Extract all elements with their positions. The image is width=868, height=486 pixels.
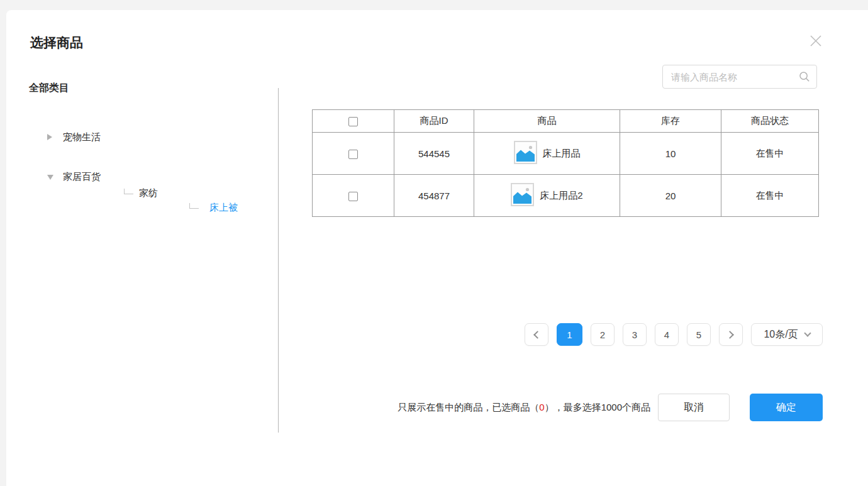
goods-name: 床上用品 [543, 148, 581, 160]
tree-item-home-textile[interactable]: 家纺 [124, 186, 158, 200]
category-panel-heading: 全部类目 [29, 82, 69, 95]
page-title: 选择商品 [30, 34, 83, 52]
cell-status: 在售中 [721, 133, 819, 175]
selected-count: 0 [539, 402, 544, 412]
header-cell-status: 商品状态 [721, 110, 819, 133]
tree-item-label[interactable]: 宠物生活 [63, 131, 101, 143]
search-box [662, 65, 817, 89]
tree-item-pet-life[interactable]: 宠物生活 [47, 130, 101, 144]
select-all-checkbox[interactable] [348, 117, 358, 126]
table-header-row: 商品ID 商品 库存 商品状态 [313, 110, 819, 133]
next-page-button[interactable] [719, 323, 743, 346]
goods-name: 床上用品2 [540, 190, 582, 202]
tree-item-bed-quilt[interactable]: 床上被 [189, 201, 238, 214]
close-icon [808, 33, 823, 48]
page-button-2[interactable]: 2 [591, 323, 615, 346]
cell-goods: 床上用品2 [474, 175, 620, 217]
page-button-1[interactable]: 1 [557, 323, 582, 346]
selection-note: 只展示在售中的商品，已选商品（0），最多选择1000个商品 [398, 402, 650, 414]
cell-goods-id: 544545 [394, 133, 474, 175]
chevron-down-icon [804, 329, 811, 336]
note-prefix: 只展示在售中的商品，已选商品（ [398, 402, 539, 412]
caret-right-icon[interactable] [47, 134, 52, 140]
cell-checkbox [313, 175, 394, 217]
chevron-left-icon [533, 331, 542, 339]
note-suffix: ），最多选择1000个商品 [545, 402, 650, 412]
goods-table: 商品ID 商品 库存 商品状态 544545 [312, 109, 819, 217]
select-goods-modal: 选择商品 全部类目 宠物生活 家居百货 家纺 床上被 [6, 10, 868, 486]
close-button[interactable] [807, 32, 825, 50]
table-row: 454877 床上用品2 20 在售中 [313, 175, 819, 217]
image-placeholder-icon [514, 141, 537, 166]
row-checkbox[interactable] [348, 150, 358, 159]
header-cell-stock: 库存 [620, 110, 721, 133]
caret-down-icon[interactable] [47, 175, 53, 180]
page-size-select[interactable]: 10条/页 [751, 323, 823, 346]
header-cell-id: 商品ID [394, 110, 474, 133]
elbow-connector-icon [189, 203, 199, 209]
table-row: 544545 床上用品 10 在售中 [313, 133, 819, 175]
cancel-button[interactable]: 取消 [658, 394, 730, 421]
pagination: 1 2 3 4 5 10条/页 [525, 323, 823, 346]
search-icon[interactable] [799, 71, 810, 82]
tree-item-label[interactable]: 床上被 [209, 202, 238, 214]
modal-footer: 只展示在售中的商品，已选商品（0），最多选择1000个商品 取消 确定 [398, 394, 823, 421]
cell-stock: 10 [620, 133, 721, 175]
row-checkbox[interactable] [348, 192, 358, 201]
cell-goods-id: 454877 [394, 175, 474, 217]
page-button-4[interactable]: 4 [655, 323, 679, 346]
tree-item-label[interactable]: 家居百货 [63, 171, 101, 183]
page-button-3[interactable]: 3 [623, 323, 647, 346]
chevron-right-icon [726, 331, 734, 339]
vertical-divider [278, 88, 279, 433]
image-placeholder-icon [511, 183, 534, 208]
elbow-connector-icon [124, 189, 133, 194]
tree-item-label[interactable]: 家纺 [139, 187, 158, 199]
page-size-label: 10条/页 [764, 328, 798, 341]
header-cell-checkbox [313, 110, 394, 133]
tree-item-home-goods[interactable]: 家居百货 [47, 170, 101, 184]
cell-status: 在售中 [721, 175, 819, 217]
cell-checkbox [313, 133, 394, 175]
prev-page-button[interactable] [525, 323, 548, 346]
cell-goods: 床上用品 [474, 133, 620, 175]
header-cell-goods: 商品 [474, 110, 620, 133]
page-button-5[interactable]: 5 [687, 323, 711, 346]
cell-stock: 20 [620, 175, 721, 217]
search-input[interactable] [662, 65, 817, 89]
confirm-button[interactable]: 确定 [750, 394, 823, 421]
